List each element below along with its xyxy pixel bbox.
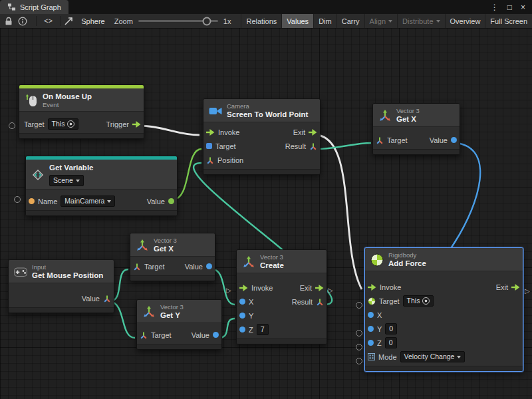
target-vector3-port[interactable] (140, 331, 148, 339)
target-vector3-port[interactable] (133, 263, 141, 271)
variable-scope-dropdown[interactable]: Scene (49, 175, 84, 186)
node-get-variable[interactable]: Get Variable Scene Name MainCamera Value (25, 156, 178, 216)
target-gameobject-port[interactable] (206, 143, 212, 149)
invoke-exec-port[interactable] (368, 284, 376, 291)
z-value-field[interactable]: 0 (385, 337, 397, 348)
mode-enum-port[interactable] (368, 353, 375, 360)
z-float-port[interactable] (239, 327, 245, 332)
node-footer (19, 133, 144, 138)
node-category: Input (32, 263, 103, 271)
row-target-trigger: Target This Trigger (19, 117, 144, 131)
values-button[interactable]: Values (281, 14, 313, 28)
wire-trigger-to-invoke[interactable] (140, 126, 200, 135)
wire-result-to-getx[interactable] (317, 143, 371, 149)
row-invoke-exit: Invoke Exit (365, 280, 523, 294)
zoom-slider-knob[interactable] (203, 17, 211, 25)
node-title: Create (260, 261, 284, 270)
target-vector3-port[interactable] (376, 136, 384, 144)
exit-exec-port[interactable] (315, 285, 324, 291)
lock-icon[interactable] (5, 17, 13, 26)
exit-exec-port[interactable] (309, 129, 317, 136)
relations-button[interactable]: Relations (241, 14, 281, 28)
carry-button[interactable]: Carry (336, 14, 364, 28)
y-float-port[interactable] (239, 313, 245, 319)
result-vector3-port[interactable] (309, 142, 317, 150)
y-float-port[interactable] (368, 326, 374, 332)
toolbar-buttons: Relations Values Dim Carry Align Distrib… (241, 14, 532, 28)
free-port-add-force-target[interactable] (356, 302, 362, 309)
menu-icon[interactable]: ⋮ (491, 3, 499, 12)
node-create-vector3[interactable]: Vector 3 Create Invoke Exit X Result (236, 249, 327, 344)
free-port-add-force-z[interactable] (356, 344, 362, 350)
free-exec-create-invoke[interactable]: ▷ (226, 287, 231, 294)
info-icon[interactable] (18, 17, 27, 26)
value-float-port[interactable] (451, 137, 457, 143)
overview-button[interactable]: Overview (445, 14, 485, 28)
name-port[interactable] (29, 198, 35, 204)
node-category: Vector 3 (160, 303, 184, 311)
free-exec-create-exit[interactable]: ▷ (328, 287, 333, 294)
invoke-label: Invoke (380, 283, 401, 291)
align-button[interactable]: Align (364, 14, 397, 28)
mode-dropdown[interactable]: Velocity Change (400, 351, 466, 362)
y-value-field[interactable]: 0 (385, 323, 397, 334)
free-port-add-force-mode[interactable] (356, 358, 362, 364)
dim-button[interactable]: Dim (313, 14, 336, 28)
target-label: Target (24, 120, 45, 128)
z-label: Z (377, 339, 382, 347)
node-title: Get X (154, 244, 177, 253)
value-object-port[interactable] (168, 198, 174, 204)
value-float-port[interactable] (213, 332, 219, 338)
target-this-chip[interactable]: This (403, 295, 434, 307)
code-api-icon[interactable]: <> (44, 17, 53, 25)
row-z: Z 0 (365, 336, 523, 350)
row-y: Y (237, 309, 327, 323)
value-vector3-port[interactable] (103, 295, 111, 303)
value-float-port[interactable] (206, 263, 212, 269)
graph-canvas[interactable]: On Mouse Up Event Target This Trigger (0, 28, 532, 399)
target-rigidbody-port[interactable] (368, 297, 376, 305)
target-this-chip[interactable]: This (48, 118, 79, 130)
invoke-exec-port[interactable] (239, 285, 248, 291)
node-subtitle: Event (43, 101, 92, 108)
trigger-exec-port[interactable] (132, 121, 141, 128)
x-float-port[interactable] (239, 299, 245, 305)
variable-name-dropdown[interactable]: MainCamera (61, 196, 115, 207)
free-exec-add-force-exit[interactable]: ▷ (525, 288, 530, 295)
node-get-x-mouse[interactable]: Vector 3 Get X Target Value (130, 233, 215, 281)
exit-exec-port[interactable] (511, 284, 520, 291)
node-get-x-world[interactable]: Vector 3 Get X Target Value (372, 103, 460, 155)
node-get-mouse-position[interactable]: Input Get Mouse Position Value (8, 259, 114, 313)
maximize-icon[interactable]: □ (507, 3, 512, 12)
node-footer (365, 366, 523, 371)
x-label: X (377, 311, 382, 319)
node-on-mouse-up[interactable]: On Mouse Up Event Target This Trigger (19, 84, 144, 139)
z-label: Z (249, 326, 253, 334)
result-vector3-port[interactable] (316, 298, 324, 306)
graph-name[interactable]: Sphere (81, 17, 104, 25)
zoom-slider[interactable] (138, 20, 218, 22)
invoke-exec-port[interactable] (206, 129, 215, 136)
node-title: On Mouse Up (43, 92, 92, 101)
z-value-field[interactable]: 7 (257, 324, 269, 335)
free-port-get-variable-name[interactable] (14, 196, 21, 203)
chevron-down-icon (107, 200, 111, 203)
z-float-port[interactable] (368, 340, 374, 346)
trigger-label: Trigger (106, 120, 129, 128)
free-port-on-mouse-up-target[interactable] (9, 122, 15, 129)
x-float-port[interactable] (368, 312, 374, 318)
tab-script-graph[interactable]: Script Graph (0, 0, 68, 14)
position-vector3-port[interactable] (206, 156, 214, 164)
value-label: Value (185, 263, 203, 271)
rigidbody-icon (370, 253, 384, 267)
close-icon[interactable]: × (521, 3, 525, 12)
node-title: Get X (396, 114, 420, 124)
node-get-y-mouse[interactable]: Vector 3 Get Y Target Value (136, 299, 222, 350)
node-add-force[interactable]: Rigidbody Add Force Invoke Exit Target T… (364, 247, 523, 372)
y-label: Y (249, 312, 253, 320)
full-screen-button[interactable]: Full Screen (485, 14, 532, 28)
node-screen-to-world-point[interactable]: Camera Screen To World Point Invoke Exit… (203, 98, 321, 175)
vector3-icon (378, 109, 392, 122)
free-port-add-force-y[interactable] (356, 330, 362, 336)
distribute-button[interactable]: Distribute (397, 14, 444, 28)
